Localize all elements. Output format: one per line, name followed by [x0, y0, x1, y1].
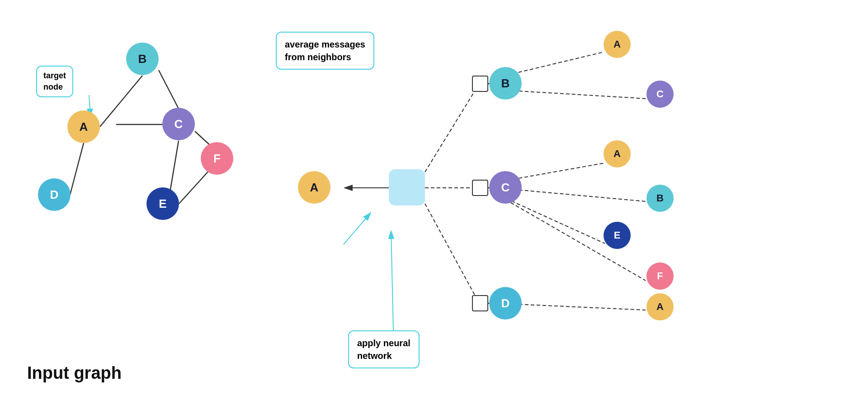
svg-line-11: [425, 84, 479, 172]
node-A3-right2: A: [646, 293, 674, 320]
node-F-left: F: [201, 142, 233, 175]
svg-line-4: [170, 141, 179, 195]
node-A-middle: A: [298, 171, 330, 204]
svg-line-9: [344, 213, 371, 244]
svg-line-6: [179, 170, 210, 204]
node-A2-right2: A: [604, 140, 631, 167]
node-B-right1: B: [489, 67, 522, 100]
svg-line-0: [100, 76, 142, 127]
small-box-D: [472, 295, 488, 311]
node-B1-right2: B: [646, 185, 674, 212]
target-node-label: targetnode: [36, 66, 73, 97]
node-C1-right2: C: [646, 81, 674, 108]
node-D-right1: D: [489, 287, 522, 320]
aggregation-box: [389, 169, 425, 205]
apply-neural-network-label: apply neuralnetwork: [348, 330, 420, 368]
main-container: A B C D E F targetnode Input graph avera…: [0, 0, 868, 401]
node-E1-right2: E: [604, 222, 631, 249]
node-D-left: D: [38, 178, 71, 211]
svg-line-2: [70, 143, 84, 195]
node-A1-right2: A: [604, 31, 631, 58]
node-C-right1: C: [489, 171, 522, 204]
svg-line-13: [425, 204, 479, 303]
input-graph-label: Input graph: [27, 363, 122, 383]
average-messages-label: average messagesfrom neighbors: [276, 32, 374, 70]
node-F1-right2: F: [646, 263, 674, 290]
small-box-B: [472, 76, 488, 92]
node-C-left: C: [162, 108, 195, 140]
svg-line-10: [391, 231, 393, 330]
node-A-left: A: [67, 110, 100, 143]
svg-line-3: [159, 70, 179, 109]
small-box-C: [472, 180, 488, 196]
node-E-left: E: [146, 187, 179, 220]
node-B-left: B: [126, 43, 159, 75]
